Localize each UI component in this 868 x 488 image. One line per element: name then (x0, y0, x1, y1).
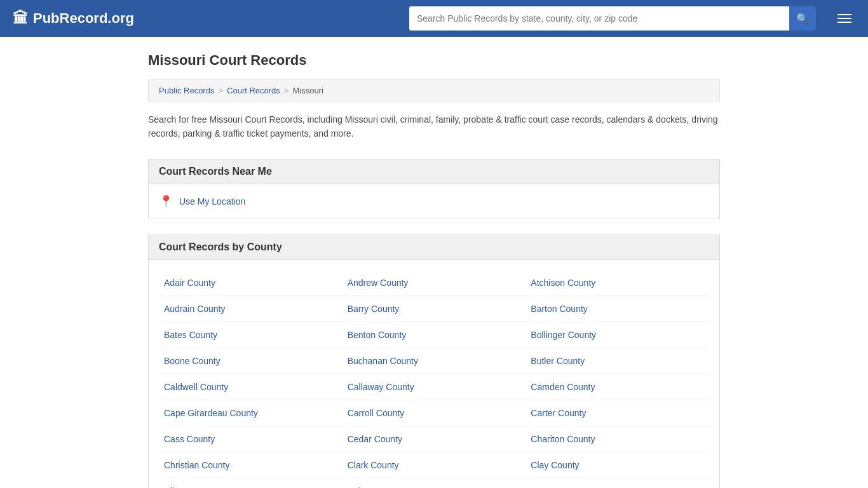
county-link[interactable]: Clark County (348, 460, 399, 470)
list-item: Chariton County (526, 426, 709, 452)
county-link[interactable]: Butler County (531, 356, 585, 366)
list-item: Boone County (159, 348, 342, 374)
county-grid: Adair CountyAndrew CountyAtchison County… (148, 260, 720, 488)
near-me-heading: Court Records Near Me (148, 159, 720, 184)
site-logo[interactable]: 🏛 PubRecord.org (13, 10, 134, 27)
list-item: Barton County (526, 296, 709, 322)
county-link[interactable]: Barton County (531, 304, 588, 314)
location-icon: 📍 (159, 194, 173, 208)
main-content: Missouri Court Records Public Records > … (135, 37, 733, 488)
list-item: Cape Girardeau County (159, 400, 342, 426)
search-area: 🔍 (409, 6, 816, 30)
list-item: Camden County (526, 374, 709, 400)
county-link[interactable]: Andrew County (348, 278, 409, 288)
breadcrumb-missouri: Missouri (292, 86, 323, 95)
near-me-section: Court Records Near Me 📍 Use My Location (148, 159, 720, 219)
menu-bar-3 (837, 22, 851, 23)
breadcrumb-sep-1: > (218, 86, 223, 95)
list-item: Carroll County (342, 400, 526, 426)
list-item: Buchanan County (342, 348, 526, 374)
logo-text: PubRecord.org (33, 10, 134, 27)
county-link[interactable]: Caldwell County (164, 382, 228, 392)
county-link[interactable]: Callaway County (348, 382, 414, 392)
list-item: Barry County (342, 296, 526, 322)
county-link[interactable]: Buchanan County (348, 356, 418, 366)
list-item: Callaway County (342, 374, 526, 400)
page-title: Missouri Court Records (148, 52, 720, 69)
list-item: Carter County (526, 400, 709, 426)
county-link[interactable]: Clay County (531, 460, 579, 470)
list-item: Christian County (159, 452, 342, 478)
county-link[interactable]: Boone County (164, 356, 220, 366)
list-item: Adair County (159, 270, 342, 296)
list-item: Audrain County (159, 296, 342, 322)
list-item: Butler County (526, 348, 709, 374)
list-item: Cass County (159, 426, 342, 452)
list-item: Cooper County (526, 478, 709, 488)
page-description: Search for free Missouri Court Records, … (148, 112, 720, 141)
list-item: Benton County (342, 322, 526, 348)
near-me-body: 📍 Use My Location (148, 184, 720, 219)
county-link[interactable]: Cedar County (348, 434, 402, 444)
list-item: Caldwell County (159, 374, 342, 400)
breadcrumb-court-records[interactable]: Court Records (227, 86, 280, 95)
county-section: Court Records by County Adair CountyAndr… (148, 234, 720, 488)
site-header: 🏛 PubRecord.org 🔍 (0, 0, 868, 37)
menu-bar-1 (837, 14, 851, 15)
breadcrumb: Public Records > Court Records > Missour… (148, 79, 720, 102)
search-button[interactable]: 🔍 (789, 6, 816, 30)
list-item: Andrew County (342, 270, 526, 296)
county-link[interactable]: Barry County (348, 304, 400, 314)
list-item: Cole County (342, 478, 526, 488)
county-link[interactable]: Bollinger County (531, 330, 596, 340)
list-item: Clark County (342, 452, 526, 478)
county-heading: Court Records by County (148, 234, 720, 260)
county-link[interactable]: Cape Girardeau County (164, 408, 258, 418)
county-link[interactable]: Audrain County (164, 304, 226, 314)
search-input[interactable] (409, 6, 789, 30)
list-item: Bollinger County (526, 322, 709, 348)
county-link[interactable]: Christian County (164, 460, 230, 470)
county-link[interactable]: Atchison County (531, 278, 595, 288)
logo-icon: 🏛 (13, 10, 28, 27)
county-link[interactable]: Cass County (164, 434, 215, 444)
list-item: Clinton County (159, 478, 342, 488)
county-link[interactable]: Chariton County (531, 434, 595, 444)
county-link[interactable]: Adair County (164, 278, 215, 288)
list-item: Cedar County (342, 426, 526, 452)
breadcrumb-public-records[interactable]: Public Records (159, 86, 214, 95)
menu-button[interactable] (834, 10, 855, 27)
county-link[interactable]: Carter County (531, 408, 586, 418)
county-link[interactable]: Benton County (348, 330, 407, 340)
search-icon: 🔍 (796, 13, 809, 25)
menu-bar-2 (837, 18, 851, 19)
county-link[interactable]: Camden County (531, 382, 595, 392)
county-link[interactable]: Bates County (164, 330, 217, 340)
use-my-location-link[interactable]: Use My Location (179, 196, 245, 207)
breadcrumb-sep-2: > (284, 86, 289, 95)
list-item: Clay County (526, 452, 709, 478)
county-link[interactable]: Carroll County (348, 408, 404, 418)
list-item: Atchison County (526, 270, 709, 296)
list-item: Bates County (159, 322, 342, 348)
